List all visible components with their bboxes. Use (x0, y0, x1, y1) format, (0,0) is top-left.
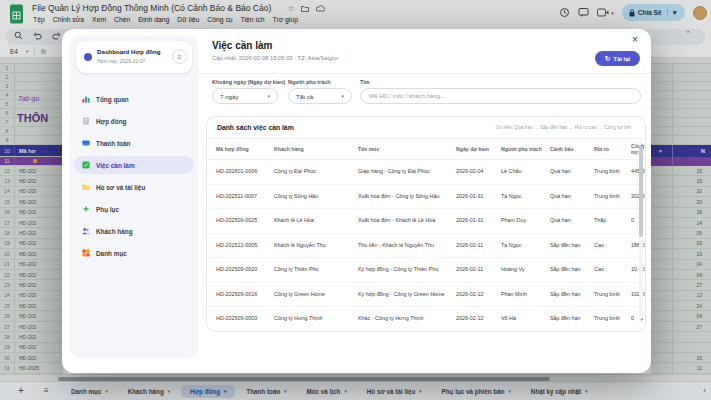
tab-scroll-left-icon[interactable]: ‹ (703, 386, 706, 395)
close-icon[interactable]: × (628, 33, 642, 47)
sheet-row: 18 (651, 208, 711, 218)
date-range-select[interactable]: 7 ngày▾ (212, 88, 278, 104)
sidebar-item-thanh-toán[interactable]: Thanh toán (74, 132, 194, 154)
scroll-up-icon[interactable]: ▲ (640, 142, 644, 147)
sidebar-item-khách-hàng[interactable]: Khách hàng (74, 220, 194, 242)
menu-item-chèn[interactable]: Chèn (114, 16, 130, 23)
task-row[interactable]: HD-202512-0005Khách lẻ Nguyễn ThuThu tiề… (207, 234, 645, 259)
sidebar-item-danh-mục[interactable]: Danh mục (74, 242, 194, 264)
account-avatar[interactable] (693, 6, 707, 20)
assignee-value: Tất cả (296, 93, 313, 100)
share-caret-icon[interactable]: ▼ (667, 9, 678, 16)
comment-icon[interactable] (578, 7, 589, 18)
tab-phụ-lục-và-phiên-bản[interactable]: Phụ lục và phiên bản▾ (433, 385, 520, 398)
share-button[interactable]: Chia Sẻ ▼ (622, 4, 685, 21)
sidebar-item-hợp-đồng[interactable]: Hợp đồng (74, 110, 194, 132)
task-row[interactable]: HD-202509-0016Công ty Green HomeKý hợp đ… (207, 283, 645, 308)
tab-caret-icon[interactable]: ▾ (585, 389, 587, 394)
menu-item-dữ-liệu[interactable]: Dữ liệu (177, 16, 199, 23)
sidebar-item-hồ-sơ-và-tài-liệu[interactable]: Hồ sơ và tài liệu (74, 176, 194, 198)
task-row[interactable]: HD-202601-0006Công ty Đại PhúcGiao hàng … (207, 160, 645, 185)
task-cell: Sắp đến hạn (550, 263, 590, 276)
task-cell: 0 (631, 312, 639, 325)
menu-item-chỉnh-sửa[interactable]: Chỉnh sửa (53, 16, 84, 23)
hide-toolbar-icon[interactable]: ⌃ (685, 30, 691, 38)
table-scrollbar[interactable] (639, 141, 643, 323)
move-folder-icon[interactable] (301, 5, 309, 13)
task-row[interactable]: HD-202509-0003Công ty Hưng ThịnhKhác - C… (207, 307, 645, 332)
sheet-cell: 05 (696, 230, 702, 236)
name-box-caret-icon[interactable]: ▾ (26, 49, 28, 54)
tab-danh-mục[interactable]: Danh mục▾ (62, 385, 117, 398)
horizontal-scrollbar[interactable] (0, 374, 711, 381)
sheet-cell: HD-202 (15, 291, 63, 300)
search-input[interactable] (360, 88, 641, 104)
version-history-icon[interactable] (559, 7, 570, 18)
scroll-down-icon[interactable]: ▼ (640, 317, 644, 322)
all-sheets-icon[interactable]: ≡ (44, 386, 49, 395)
sheet-cell: 11 (697, 365, 702, 371)
tab-hồ-sơ-và-tài-liệu[interactable]: Hồ sơ và tài liệu▾ (358, 385, 431, 398)
tab-hợp-đồng[interactable]: Hợp đồng▾ (181, 385, 235, 398)
menu-item-tệp[interactable]: Tệp (33, 16, 45, 23)
date-range-value: 7 ngày (220, 93, 239, 100)
tab-thanh-toán[interactable]: Thanh toán▾ (237, 385, 295, 398)
menu-item-tiện-ích[interactable]: Tiện ích (241, 16, 265, 23)
meet-camera-icon[interactable]: ▾ (597, 8, 614, 17)
task-cell: 2026-01-31 (456, 214, 497, 227)
tab-caret-icon[interactable]: ▾ (284, 389, 286, 394)
tab-nhật-ký-cập-nhật[interactable]: Nhật ký cập nhật▾ (522, 385, 597, 398)
search-icon[interactable] (14, 31, 23, 40)
tab-caret-icon[interactable]: ▾ (419, 389, 421, 394)
task-cell: Khách lẻ Nguyễn Thu (274, 239, 354, 252)
redo-icon[interactable] (52, 32, 61, 40)
assignee-select[interactable]: Tất cả▾ (288, 88, 352, 104)
chevron-down-icon: ▾ (342, 94, 344, 99)
sheet-row: 18HD-202 (0, 228, 63, 238)
tab-caret-icon[interactable]: ▾ (509, 389, 511, 394)
undo-icon[interactable] (33, 32, 42, 40)
sidebar-item-tổng-quan[interactable]: Tổng quan (74, 88, 194, 110)
task-table-body: HD-202601-0006Công ty Đại PhúcGiao hàng … (207, 160, 645, 332)
tab-khách-hàng[interactable]: Khách hàng▾ (119, 385, 179, 398)
star-icon[interactable]: ☆ (288, 5, 294, 13)
tab-caret-icon[interactable]: ▾ (224, 389, 226, 394)
tab-mốc-và-lịch[interactable]: Mốc và lịch▾ (298, 385, 356, 398)
sheet-row (651, 64, 711, 73)
sheet-cell: HD-202 (15, 260, 63, 269)
share-button-label: Chia Sẻ (638, 9, 662, 16)
menu-item-định-dạng[interactable]: Định dạng (138, 16, 169, 23)
tab-label: Nhật ký cập nhật (531, 388, 581, 395)
reload-button[interactable]: ↻ Tải lại (595, 51, 640, 66)
page-subtitle: Cập nhật: 2026-02-08 15:05:03 · TZ: Asia… (212, 55, 339, 61)
tab-caret-icon[interactable]: ▾ (168, 389, 170, 394)
name-box[interactable]: E4 (10, 48, 18, 55)
task-cell: Khác - Công ty Hưng Thịnh (358, 312, 452, 325)
task-row[interactable]: HD-202509-0025Khách lẻ Lê HòaXuất hóa đơ… (207, 209, 645, 234)
table-scrollbar-thumb[interactable] (639, 145, 643, 237)
menu-item-xem[interactable]: Xem (92, 16, 106, 23)
task-row[interactable]: HD-202509-0020Công ty Thiên PhúKý hợp đồ… (207, 258, 645, 283)
menu-item-công-cụ[interactable]: Công cụ (207, 16, 232, 23)
column-header: Cảnh báo (550, 146, 590, 153)
leaf-icon (82, 205, 90, 213)
sheet-row: 04 (651, 260, 711, 270)
dashboard-dialog: × Dashboard Hợp đồng Hôm nay: 2026-02-07… (62, 29, 651, 373)
tab-caret-icon[interactable]: ▾ (105, 389, 107, 394)
tab-caret-icon[interactable]: ▾ (344, 389, 346, 394)
horizontal-scrollbar-thumb[interactable] (58, 377, 550, 381)
sheet-purple-row (651, 157, 711, 166)
add-sheet-icon[interactable]: + (18, 385, 24, 396)
sidebar-item-phụ-lục[interactable]: Phụ lục (74, 198, 194, 220)
document-title[interactable]: File Quản Lý Hợp Đồng Thông Minh (Có Cản… (32, 3, 271, 13)
sheet-grid-right: ▼N151520201814050313040427132404271511 (651, 64, 711, 374)
row-number: 25 (0, 301, 15, 310)
menu-item-trợ-giúp[interactable]: Trợ giúp (273, 16, 298, 23)
filter-icon[interactable]: ▼ (658, 148, 663, 154)
sheet-row: 20 (651, 197, 711, 207)
task-row[interactable]: HD-202511-0007Công ty Sông HậuXuất hóa đ… (207, 185, 645, 210)
sidebar-menu-button[interactable]: ≡ (172, 49, 187, 64)
cloud-status-icon[interactable] (316, 5, 325, 13)
sidebar-item-việc-cần-làm[interactable]: Việc cần làm (74, 156, 194, 174)
folder-icon (82, 183, 90, 191)
